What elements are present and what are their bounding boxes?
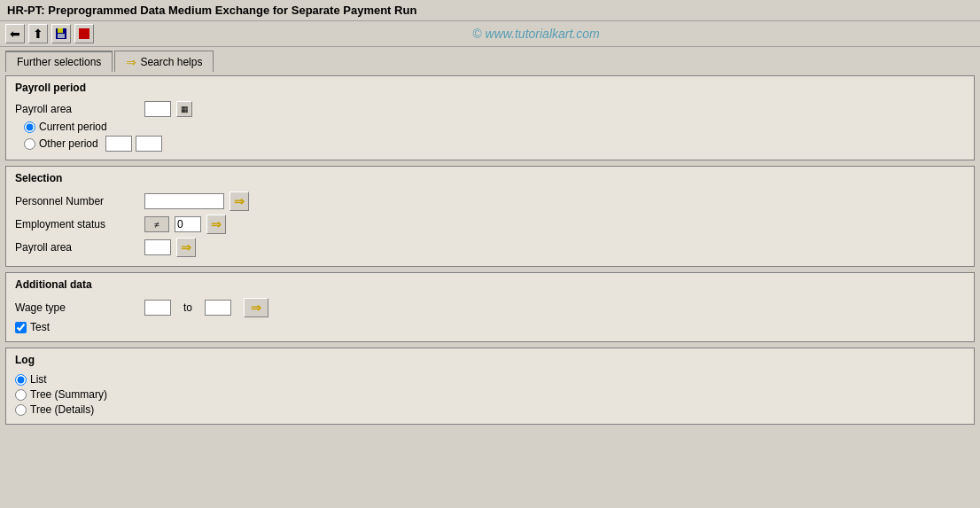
selection-title: Selection [15,172,965,186]
arrow-icon-4: ⇒ [251,301,261,315]
svg-rect-2 [58,34,65,38]
watermark: © www.tutorialkart.com [97,27,975,41]
log-tree-summary-radio[interactable] [15,389,27,401]
wage-type-to-input[interactable] [205,300,231,316]
back-icon[interactable]: ⬅ [5,24,25,43]
further-selections-label: Further selections [17,56,101,68]
current-period-radio[interactable] [24,121,35,133]
wage-type-arrow-btn[interactable]: ⇒ [244,298,268,317]
selection-payroll-area-arrow-btn[interactable]: ⇒ [176,238,196,257]
test-checkbox[interactable] [15,322,27,333]
save-icon[interactable] [51,24,71,43]
arrow-icon-2: ⇒ [211,217,222,231]
test-label: Test [30,321,50,333]
employment-status-arrow-btn[interactable]: ⇒ [206,215,226,234]
payroll-area-browse-btn[interactable]: ▦ [176,101,192,117]
other-period-radio[interactable] [24,138,35,150]
log-title: Log [15,354,965,368]
wage-type-from-input[interactable] [144,300,171,316]
log-tree-details-radio[interactable] [15,404,27,416]
other-period-label: Other period [39,137,98,150]
svg-rect-3 [79,28,89,39]
other-period-row: Other period [15,136,965,152]
personnel-number-input[interactable] [144,193,224,209]
additional-data-section: Additional data Wage type to ⇒ Test [5,272,975,342]
log-tree-summary-label: Tree (Summary) [30,388,107,401]
title-bar: HR-PT: Preprogrammed Data Medium Exchang… [0,0,980,21]
stop-icon[interactable] [74,24,94,43]
log-list-label: List [30,373,47,386]
log-tree-summary-row: Tree (Summary) [15,388,965,401]
payroll-area-input[interactable] [144,101,171,117]
tab-further-selections[interactable]: Further selections [5,51,113,72]
content-area: Payroll period Payroll area ▦ Current pe… [0,72,980,434]
wage-type-row: Wage type to ⇒ [15,298,965,317]
employment-status-row: Employment status ≠ 0 ⇒ [15,215,965,234]
toolbar: ⬅ ⬆ © www.tutorialkart.com [0,21,980,47]
log-tree-details-label: Tree (Details) [30,403,94,416]
arrow-icon-3: ⇒ [181,240,191,254]
log-list-radio[interactable] [15,374,27,386]
tab-bar: Further selections ⇒ Search helps [0,47,980,72]
log-section: Log List Tree (Summary) Tree (Details) [5,348,975,425]
wage-type-label: Wage type [15,301,139,314]
search-helps-label: Search helps [140,56,202,68]
additional-data-title: Additional data [15,278,965,293]
other-period-input1[interactable] [105,136,132,152]
employment-status-condition-btn[interactable]: ≠ [144,216,169,232]
log-list-row: List [15,373,965,386]
personnel-number-label: Personnel Number [15,195,139,207]
selection-section: Selection Personnel Number ⇒ Employment … [5,166,975,267]
selection-payroll-area-row: Payroll area ⇒ [15,238,965,257]
payroll-area-row: Payroll area ▦ [15,101,965,117]
employment-status-input[interactable]: 0 [175,216,201,232]
payroll-period-section: Payroll period Payroll area ▦ Current pe… [5,75,975,160]
test-row: Test [15,321,965,333]
employment-status-label: Employment status [15,218,139,231]
page-title: HR-PT: Preprogrammed Data Medium Exchang… [7,4,416,17]
arrow-icon-1: ⇒ [234,194,245,208]
personnel-number-row: Personnel Number ⇒ [15,191,965,211]
other-period-input2[interactable] [136,136,162,152]
forward-icon[interactable]: ⬆ [28,24,48,43]
payroll-area-label: Payroll area [15,103,139,115]
to-label: to [183,301,192,314]
current-period-row: Current period [15,121,965,133]
log-tree-details-row: Tree (Details) [15,403,965,416]
selection-payroll-area-input[interactable] [144,239,171,255]
search-helps-arrow-icon: ⇒ [126,55,136,69]
personnel-number-arrow-btn[interactable]: ⇒ [229,191,249,211]
tab-search-helps[interactable]: ⇒ Search helps [114,51,214,72]
selection-payroll-area-label: Payroll area [15,241,139,254]
svg-rect-1 [58,28,63,33]
payroll-period-title: Payroll period [15,82,965,96]
current-period-label: Current period [39,121,107,133]
